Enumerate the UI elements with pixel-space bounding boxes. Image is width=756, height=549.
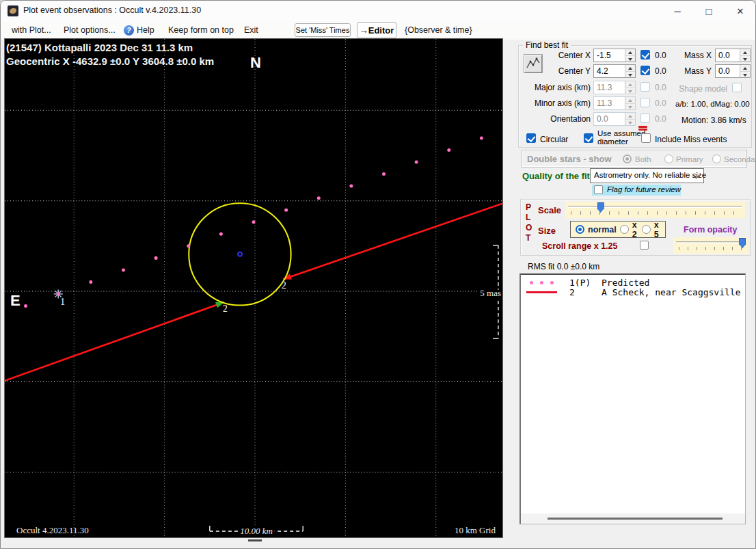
center-y-spinner[interactable]: 4.2 xyxy=(593,64,636,78)
size-radio-x2[interactable] xyxy=(620,225,629,234)
asteroid-center-dot xyxy=(238,252,242,256)
plot-area[interactable]: (21547) Kottapalli 2023 Dec 31 11.3 km G… xyxy=(4,38,503,538)
slider-track xyxy=(568,206,742,208)
spin-down-icon[interactable] xyxy=(740,56,750,62)
predicted-dot-swatch xyxy=(550,281,554,284)
minimize-button[interactable]: ─ xyxy=(662,1,693,21)
flag-review-checkbox[interactable] xyxy=(594,185,603,194)
spin-down-icon[interactable] xyxy=(625,56,635,62)
predicted-position-dot xyxy=(24,304,27,308)
legend-hscroll-thumb[interactable] xyxy=(548,518,723,520)
orientation-spinner: 0.0 xyxy=(593,112,636,126)
legend-box[interactable]: 1(P) Predicted 2 A Scheck, near Scaggsvi… xyxy=(519,273,746,524)
spin-up-icon[interactable] xyxy=(740,65,750,72)
mass-y-spinner[interactable]: 0.0 xyxy=(715,64,751,78)
legend-row-key: 2 xyxy=(569,287,575,297)
minor-axis-lock-checkbox xyxy=(640,98,650,107)
size-x5-label: x 5 xyxy=(654,220,660,239)
menu-keep-on-top[interactable]: Keep form on top xyxy=(168,25,234,35)
menu-with-plot[interactable]: with Plot... xyxy=(12,25,51,35)
center-y-lock-checkbox[interactable] xyxy=(640,66,650,75)
size-radio-group: normal x 2 x 5 xyxy=(570,221,666,238)
compass-north-label: N xyxy=(250,54,261,71)
quality-value: Astrometry only. No reliable size xyxy=(594,171,706,179)
minor-axis-spinner: 11.3 xyxy=(593,96,636,110)
mass-y-label: Mass Y xyxy=(673,66,712,76)
predicted-position-dot xyxy=(284,209,288,212)
predicted-position-dot xyxy=(382,172,386,176)
spin-up-icon[interactable] xyxy=(625,49,635,56)
slider-track xyxy=(676,241,746,243)
opacity-slider[interactable] xyxy=(673,237,748,254)
spin-up-icon[interactable] xyxy=(740,49,750,56)
grid-size-label: 10 km Grid xyxy=(455,525,496,535)
legend-row-key: 1(P) xyxy=(569,278,591,288)
maximize-button[interactable]: □ xyxy=(693,1,725,21)
best-fit-button[interactable] xyxy=(524,54,543,73)
quality-combobox[interactable]: Astrometry only. No reliable size xyxy=(590,168,704,183)
chord-d-label: 2 xyxy=(223,304,228,314)
legend-hscrollbar[interactable] xyxy=(521,513,745,524)
legend-row-label: Predicted xyxy=(602,278,649,288)
predicted-position-dot xyxy=(415,160,418,163)
orientation-value: 0.0 xyxy=(597,114,608,124)
circular-checkbox[interactable] xyxy=(526,133,536,143)
include-miss-events-checkbox[interactable] xyxy=(641,133,651,143)
double-stars-both-label: Both xyxy=(635,155,651,163)
motion-label: Motion: 3.86 km/s xyxy=(681,116,746,125)
km-scale-label: 10.00 km xyxy=(240,526,273,536)
predicted-position-dot xyxy=(154,256,158,260)
ab-dmag-label: a/b: 1.00, dMag: 0.00 xyxy=(675,100,750,108)
double-stars-radio-primary xyxy=(664,155,673,163)
size-radio-normal[interactable] xyxy=(576,225,584,234)
observer-time-label: {Observer & time} xyxy=(405,25,472,35)
major-axis-value: 11.3 xyxy=(597,83,612,92)
mass-x-label: Mass X xyxy=(673,51,712,60)
major-axis-spinner: 11.3 xyxy=(593,81,636,94)
double-stars-radio-both xyxy=(623,155,632,163)
scale-slider[interactable] xyxy=(565,202,745,218)
editor-button[interactable]: →Editor xyxy=(357,22,396,38)
spin-down-icon xyxy=(625,120,635,126)
rms-fit-label: RMS fit 0.0 ±0.0 km xyxy=(528,262,599,271)
scroll-range-checkbox[interactable] xyxy=(640,241,649,250)
center-y-lock-label: 0.0 xyxy=(655,66,666,76)
scale-label: Scale xyxy=(538,205,561,215)
menu-help[interactable]: Help xyxy=(137,25,154,35)
size-normal-label: normal xyxy=(588,225,617,235)
title-bar: Plot event observations : Occult v.4.202… xyxy=(1,1,755,21)
major-axis-label: Major axis (km) xyxy=(524,83,591,92)
mass-x-spinner[interactable]: 0.0 xyxy=(715,49,751,62)
observed-chord-line xyxy=(283,204,502,280)
minor-axis-value: 11.3 xyxy=(597,98,612,108)
size-radio-x5[interactable] xyxy=(642,225,651,234)
shape-model-label: Shape model xyxy=(675,84,727,94)
menu-plot-options[interactable]: Plot options... xyxy=(64,25,116,35)
mass-x-value: 0.0 xyxy=(718,51,730,60)
center-x-label: Center X xyxy=(545,51,591,60)
observed-chord-line xyxy=(5,302,224,381)
predicted-position-dot xyxy=(252,220,255,224)
set-miss-times-button[interactable]: Set 'Miss' Times xyxy=(295,23,351,37)
help-icon[interactable]: ? xyxy=(124,25,134,36)
spin-down-icon xyxy=(625,88,635,94)
double-stars-group: Double stars - show Both Primary Seconda… xyxy=(522,150,747,168)
slider-ticks xyxy=(571,211,741,215)
close-button[interactable]: ✕ xyxy=(725,1,756,21)
form-opacity-label: Form opacity xyxy=(684,225,738,235)
spin-down-icon[interactable] xyxy=(625,72,635,78)
predicted-position-dot xyxy=(89,280,92,284)
double-stars-secondary-label: Secondary xyxy=(724,155,756,163)
predicted-position-dot xyxy=(122,268,125,271)
window-title: Plot event observations : Occult v.4.202… xyxy=(23,5,201,15)
app-window: Plot event observations : Occult v.4.202… xyxy=(0,0,756,549)
include-miss-events-label: Include Miss events xyxy=(655,135,727,144)
spin-down-icon[interactable] xyxy=(740,72,750,78)
quality-label: Quality of the fit xyxy=(522,171,590,181)
center-x-spinner[interactable]: -1.5 xyxy=(593,49,636,62)
use-assumed-diameter-checkbox[interactable] xyxy=(584,133,593,143)
center-x-lock-checkbox[interactable] xyxy=(640,50,650,59)
plot-hscroll-thumb[interactable] xyxy=(248,539,262,541)
menu-exit[interactable]: Exit xyxy=(244,25,258,35)
spin-up-icon[interactable] xyxy=(625,65,635,72)
